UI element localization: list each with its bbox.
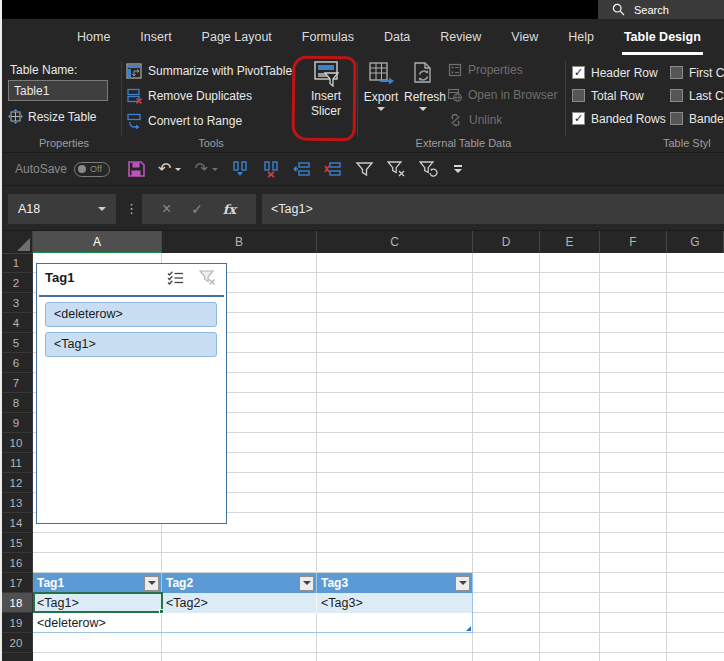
multi-select-icon[interactable] — [167, 271, 184, 285]
insert-row-icon — [293, 160, 311, 178]
sheet-table[interactable]: Tag1Tag2Tag3 <Tag1><Tag2><Tag3> <deleter… — [33, 573, 473, 633]
filter-icon — [355, 160, 374, 178]
redo-button[interactable]: ↷ — [194, 161, 217, 177]
checkbox-header-row[interactable]: ✓Header Row — [572, 61, 670, 84]
tab-page-layout[interactable]: Page Layout — [200, 19, 274, 55]
row-header-10[interactable]: 10 — [0, 433, 33, 453]
tab-formulas[interactable]: Formulas — [300, 19, 356, 55]
group-divider — [565, 61, 566, 136]
table-cell[interactable]: <Tag3> — [317, 593, 472, 613]
delete-row-button[interactable] — [324, 160, 342, 178]
table-cell[interactable]: <Tag2> — [162, 593, 317, 613]
column-header-E[interactable]: E — [540, 231, 600, 254]
row-header-9[interactable]: 9 — [0, 413, 33, 433]
search-box[interactable]: Search — [598, 0, 724, 19]
formula-bar-more-icon[interactable]: ⋮ — [125, 194, 138, 224]
row-header-6[interactable]: 6 — [0, 353, 33, 373]
column-header-G[interactable]: G — [667, 231, 724, 254]
filter-dropdown-button[interactable] — [299, 576, 314, 591]
checkbox-label: Banded Rows — [591, 112, 666, 126]
checkbox-first-c[interactable]: First C — [670, 61, 724, 84]
tools-item-1[interactable]: Remove Duplicates — [126, 88, 252, 104]
name-box[interactable]: A18 — [8, 194, 116, 224]
filter-button[interactable] — [355, 160, 374, 178]
row-header-3[interactable]: 3 — [0, 293, 33, 313]
row-header-4[interactable]: 4 — [0, 313, 33, 333]
table-resize-handle[interactable] — [466, 626, 471, 631]
tab-home[interactable]: Home — [75, 19, 112, 55]
autosave-state: Off — [90, 164, 102, 174]
table-style-options-group: ✓Header RowTotal Row✓Banded RowsFirst CL… — [572, 55, 724, 152]
cells-area[interactable]: Tag1 <deleterow><Tag1> Tag1Tag2Tag3 <Tag… — [33, 253, 724, 661]
table-cell[interactable]: <deleterow> — [33, 613, 162, 633]
row-header-13[interactable]: 13 — [0, 493, 33, 513]
tools-item-0[interactable]: Summarize with PivotTable — [126, 63, 292, 79]
column-header-A[interactable]: A — [33, 231, 162, 254]
resize-table-button[interactable]: Resize Table — [8, 109, 96, 124]
column-header-F[interactable]: F — [600, 231, 667, 254]
tab-review[interactable]: Review — [438, 19, 483, 55]
row-header-12[interactable]: 12 — [0, 473, 33, 493]
tab-table-design[interactable]: Table Design — [622, 19, 703, 55]
row-header-5[interactable]: 5 — [0, 333, 33, 353]
tab-view[interactable]: View — [509, 19, 540, 55]
column-header-B[interactable]: B — [162, 231, 317, 254]
row-header-2[interactable]: 2 — [0, 273, 33, 293]
titlebar: Search — [0, 0, 724, 19]
cancel-icon[interactable]: × — [162, 200, 171, 218]
row-header-14[interactable]: 14 — [0, 513, 33, 533]
undo-button[interactable]: ↶ — [158, 161, 181, 177]
row-header-15[interactable]: 15 — [0, 533, 33, 553]
tools-item-2[interactable]: Convert to Range — [126, 113, 242, 129]
table-cell[interactable] — [162, 613, 317, 633]
formula-input[interactable]: <Tag1> — [262, 194, 724, 224]
refresh-button[interactable]: Refresh — [404, 58, 442, 111]
gridline — [33, 552, 724, 553]
delete-cells-button[interactable] — [262, 160, 280, 178]
clear-filter-icon[interactable] — [199, 270, 216, 285]
row-header-1[interactable]: 1 — [0, 253, 33, 273]
row-header-18[interactable]: 18 — [0, 593, 33, 613]
row-header-19[interactable]: 19 — [0, 613, 33, 633]
insert-function-button[interactable]: fx — [223, 202, 236, 217]
row-header-20[interactable]: 20 — [0, 633, 33, 653]
insert-row-button[interactable] — [293, 160, 311, 178]
checkbox-last-c[interactable]: Last C — [670, 84, 724, 107]
row-header-11[interactable]: 11 — [0, 453, 33, 473]
external-item-label: Properties — [468, 63, 523, 77]
checkbox-bande[interactable]: Bande — [670, 107, 724, 130]
tab-insert[interactable]: Insert — [138, 19, 173, 55]
properties-group: Table Name: Resize Table Properties — [8, 55, 120, 152]
fill-handle[interactable] — [159, 609, 164, 614]
column-header-D[interactable]: D — [473, 231, 540, 254]
clear-filter-button[interactable] — [387, 160, 406, 178]
checkbox-banded-rows[interactable]: ✓Banded Rows — [572, 107, 670, 130]
slicer-title: Tag1 — [45, 270, 152, 285]
slicer-item-1[interactable]: <Tag1> — [45, 332, 217, 357]
tab-help[interactable]: Help — [566, 19, 596, 55]
insert-cells-button[interactable] — [231, 160, 249, 178]
reapply-filter-button[interactable] — [419, 160, 438, 178]
column-header-C[interactable]: C — [317, 231, 473, 254]
slicer-tag1[interactable]: Tag1 <deleterow><Tag1> — [36, 263, 227, 524]
row-header-17[interactable]: 17 — [0, 573, 33, 593]
table-header-label: Tag2 — [162, 576, 299, 590]
table-name-input[interactable] — [8, 80, 108, 101]
table-cell[interactable] — [317, 613, 472, 633]
qat-overflow-button[interactable] — [454, 165, 462, 173]
row-header-8[interactable]: 8 — [0, 393, 33, 413]
filter-dropdown-button[interactable] — [455, 576, 470, 591]
filter-dropdown-button[interactable] — [144, 576, 159, 591]
save-button[interactable] — [127, 160, 145, 178]
enter-icon[interactable]: ✓ — [191, 201, 203, 217]
tab-data[interactable]: Data — [382, 19, 412, 55]
row-header-16[interactable]: 16 — [0, 553, 33, 573]
checkbox-total-row[interactable]: Total Row — [572, 84, 670, 107]
export-button[interactable]: Export — [362, 58, 400, 111]
autosave-toggle[interactable]: Off — [74, 162, 110, 177]
search-icon — [612, 3, 625, 16]
row-header-7[interactable]: 7 — [0, 373, 33, 393]
select-all-corner[interactable] — [0, 231, 33, 254]
slicer-item-0[interactable]: <deleterow> — [45, 302, 217, 327]
gridline — [666, 253, 667, 661]
